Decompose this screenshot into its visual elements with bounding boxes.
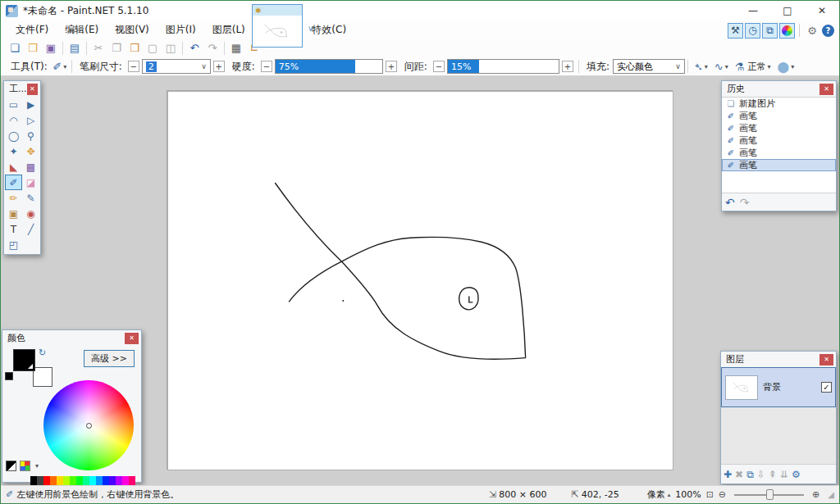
copy-button[interactable]: ❐ — [107, 40, 126, 57]
palette-swatch-8[interactable] — [83, 476, 89, 485]
image-tab[interactable]: ✱ — [252, 4, 303, 48]
palette-swatch-4[interactable] — [57, 476, 63, 485]
palette-swatch-11[interactable] — [103, 476, 109, 485]
palette-menu-chevron-icon[interactable]: ▾ — [35, 462, 39, 470]
fill-style-combo[interactable]: 实心颜色 ∨ — [613, 59, 685, 74]
recolor-tool[interactable]: ◉ — [22, 206, 39, 221]
spacing-increase-button[interactable]: + — [562, 61, 573, 72]
hardness-slider[interactable]: 75% — [275, 59, 383, 74]
history-item-0[interactable]: ❏新建图片 — [722, 98, 836, 110]
paint-bucket-tool[interactable]: ◣ — [5, 159, 22, 175]
print-button[interactable]: ▤ — [66, 40, 84, 57]
pan-tool[interactable]: ✥ — [22, 143, 39, 159]
secondary-color-swatch[interactable] — [33, 367, 52, 387]
paintbrush-tool[interactable]: ✐ — [5, 175, 22, 190]
deselect-button[interactable]: ◫ — [162, 40, 180, 57]
palette-swatch-1[interactable] — [37, 476, 43, 485]
palette-menu-button[interactable] — [20, 461, 30, 471]
spacing-slider[interactable]: 15% — [447, 59, 559, 74]
minimize-button[interactable]: — — [736, 1, 770, 20]
stroke-style-button[interactable]: ∿▾ — [714, 61, 728, 73]
advanced-toggle-button[interactable]: 高级 >> — [84, 350, 135, 367]
hardness-increase-button[interactable]: + — [386, 61, 397, 72]
image-list-chevron-icon[interactable]: ∨ — [308, 24, 313, 33]
color-wheel-selector[interactable] — [86, 423, 92, 429]
brush-size-combo[interactable]: 2 ∨ — [142, 59, 211, 74]
palette-swatch-7[interactable] — [76, 476, 83, 485]
palette-swatch-0[interactable] — [30, 476, 37, 485]
help-icon[interactable]: ? — [822, 25, 834, 37]
brush-size-decrease-button[interactable]: − — [128, 61, 139, 72]
palette-swatch-12[interactable] — [109, 476, 116, 485]
layer-visibility-checkbox[interactable]: ✓ — [821, 382, 832, 393]
menu-item-3[interactable]: 图片(I) — [158, 20, 204, 39]
swatch-mode-button[interactable] — [5, 372, 13, 380]
smoothing-button[interactable]: ➴▾ — [694, 61, 708, 73]
history-redo-button[interactable]: ↷ — [740, 196, 750, 209]
palette-swatch-5[interactable] — [63, 476, 70, 485]
menu-item-4[interactable]: 图层(L) — [204, 20, 253, 39]
swap-colors-icon[interactable]: ↻ — [39, 347, 46, 358]
open-button[interactable]: ❒ — [24, 40, 42, 57]
resize-grip[interactable]: ◢ — [828, 490, 834, 499]
clone-stamp-tool[interactable]: ▣ — [5, 206, 22, 221]
save-button[interactable]: ▣ — [42, 40, 60, 57]
zoom-slider[interactable] — [734, 494, 804, 496]
ellipse-select-tool[interactable]: ◯ — [5, 128, 22, 143]
eraser-tool[interactable]: ◪ — [22, 175, 39, 190]
tools-window-toggle-button[interactable]: ⚒ — [728, 23, 743, 39]
move-selected-pixels-tool[interactable]: ▶ — [22, 97, 39, 112]
menu-item-1[interactable]: 编辑(E) — [57, 20, 107, 39]
move-layer-up-button[interactable]: ⇞ — [769, 469, 777, 480]
duplicate-layer-button[interactable]: ⧉ — [746, 469, 754, 480]
history-item-1[interactable]: ✐画笔 — [722, 110, 836, 122]
settings-gear-icon[interactable]: ⚙ — [804, 22, 820, 39]
menu-item-0[interactable]: 文件(F) — [7, 20, 57, 39]
rectangle-select-tool[interactable]: ▭ — [5, 97, 22, 112]
history-item-4[interactable]: ✐画笔 — [722, 147, 836, 159]
color-wheel[interactable] — [43, 380, 134, 470]
paste-button[interactable]: ❒ — [126, 40, 144, 57]
primary-color-swatch[interactable] — [13, 349, 35, 371]
history-item-2[interactable]: ✐画笔 — [722, 122, 836, 134]
line-curve-tool[interactable]: ╱ — [22, 221, 39, 237]
palette-swatch-6[interactable] — [70, 476, 76, 485]
layers-panel-close-icon[interactable]: ✕ — [819, 354, 833, 366]
text-tool[interactable]: T — [5, 221, 22, 237]
lasso-select-tool[interactable]: ◠ — [5, 112, 22, 128]
tools-panel-close-icon[interactable]: ✕ — [27, 84, 39, 95]
grid-button[interactable]: ▦ — [227, 40, 245, 57]
pencil-tool[interactable]: ✏ — [5, 190, 22, 206]
palette-swatch-10[interactable] — [96, 476, 103, 485]
maximize-button[interactable]: □ — [770, 1, 805, 20]
redo-button[interactable]: ↷ — [203, 40, 221, 57]
history-panel-close-icon[interactable]: ✕ — [819, 84, 833, 95]
palette-swatch-13[interactable] — [116, 476, 122, 485]
zoom-tool[interactable]: ⚲ — [22, 128, 39, 143]
edit-palette-button[interactable] — [6, 461, 16, 471]
undo-button[interactable]: ↶ — [185, 40, 203, 57]
fit-to-window-icon[interactable]: ⊡ — [706, 489, 714, 500]
history-item-5[interactable]: ✐画笔 — [722, 159, 836, 171]
zoom-slider-thumb[interactable] — [766, 489, 774, 500]
palette-swatch-9[interactable] — [89, 476, 96, 485]
zoom-out-icon[interactable]: ⊖ — [719, 489, 726, 500]
add-layer-button[interactable]: ✚ — [724, 469, 732, 480]
canvas[interactable] — [167, 91, 673, 470]
shapes-tool[interactable]: ◰ — [5, 237, 22, 252]
move-selection-tool[interactable]: ▷ — [22, 112, 39, 128]
unit-selector[interactable]: 像素 ▴ — [647, 488, 671, 501]
spacing-decrease-button[interactable]: − — [433, 61, 445, 72]
current-tool-button[interactable]: ✐▾ — [51, 58, 69, 75]
close-button[interactable]: ✕ — [805, 1, 839, 20]
history-item-3[interactable]: ✐画笔 — [722, 134, 836, 147]
palette-swatch-14[interactable] — [122, 476, 129, 485]
palette-swatch-3[interactable] — [50, 476, 57, 485]
colors-window-toggle-button[interactable] — [779, 23, 795, 39]
new-image-button[interactable]: ❏ — [6, 40, 24, 57]
gradient-tool[interactable]: ▩ — [22, 159, 39, 175]
delete-layer-button[interactable]: ✖ — [735, 469, 743, 480]
move-layer-down-button[interactable]: ⇊ — [780, 469, 788, 480]
palette-swatch-15[interactable] — [129, 476, 135, 485]
blend-mode-button[interactable]: ⚗ 正常▾ — [735, 61, 771, 73]
